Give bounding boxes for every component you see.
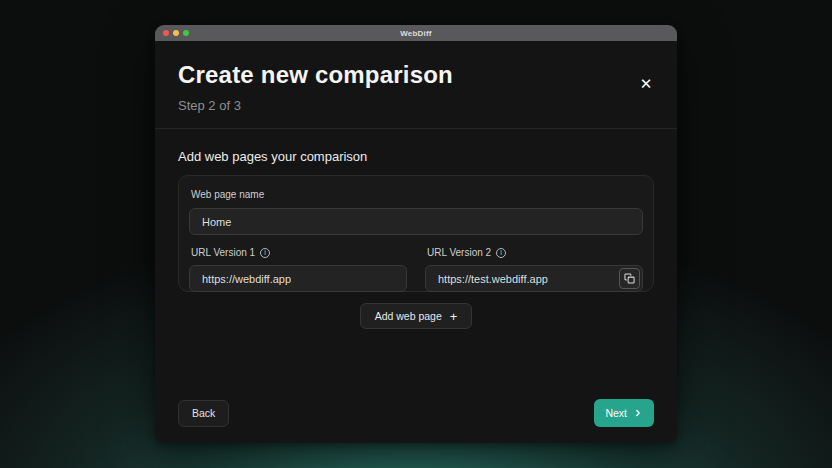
url-version-1-column: URL Version 1 i bbox=[189, 237, 407, 292]
plus-icon: + bbox=[450, 309, 458, 324]
url-row: URL Version 1 i URL Version 2 i bbox=[189, 237, 643, 292]
url-version-2-column: URL Version 2 i bbox=[425, 237, 643, 292]
minimize-traffic-icon[interactable] bbox=[173, 30, 179, 36]
window-titlebar[interactable]: WebDiff bbox=[155, 25, 677, 41]
dialog-footer: Back Next bbox=[178, 399, 654, 427]
add-web-page-button[interactable]: Add web page + bbox=[360, 303, 473, 329]
url-version-2-input[interactable] bbox=[425, 265, 643, 292]
back-button[interactable]: Back bbox=[178, 400, 229, 427]
chevron-right-icon bbox=[633, 408, 643, 418]
close-icon[interactable]: ✕ bbox=[637, 75, 655, 93]
header-divider bbox=[155, 128, 677, 129]
copy-button[interactable] bbox=[619, 268, 640, 289]
url-version-2-label-text: URL Version 2 bbox=[427, 247, 491, 258]
add-row: Add web page + bbox=[178, 303, 654, 329]
url-version-1-label-text: URL Version 1 bbox=[191, 247, 255, 258]
app-title: WebDiff bbox=[400, 29, 431, 38]
copy-icon bbox=[624, 273, 635, 284]
traffic-lights bbox=[163, 30, 189, 36]
url-version-2-label: URL Version 2 i bbox=[427, 247, 643, 258]
info-icon[interactable]: i bbox=[260, 248, 270, 258]
url-version-1-input[interactable] bbox=[189, 265, 407, 292]
webdiff-window: WebDiff Create new comparison Step 2 of … bbox=[155, 25, 677, 443]
web-page-card: Web page name URL Version 1 i URL Versio… bbox=[178, 175, 654, 292]
close-traffic-icon[interactable] bbox=[163, 30, 169, 36]
zoom-traffic-icon[interactable] bbox=[183, 30, 189, 36]
info-icon[interactable]: i bbox=[496, 248, 506, 258]
url-version-1-label: URL Version 1 i bbox=[191, 247, 407, 258]
web-page-name-input[interactable] bbox=[189, 208, 643, 235]
dialog-title: Create new comparison bbox=[178, 41, 654, 89]
add-web-page-label: Add web page bbox=[375, 310, 442, 322]
section-title: Add web pages your comparison bbox=[178, 149, 654, 164]
url-version-2-input-wrap bbox=[425, 265, 643, 292]
web-page-name-label: Web page name bbox=[191, 189, 643, 200]
next-button-label: Next bbox=[605, 407, 627, 419]
step-indicator: Step 2 of 3 bbox=[178, 98, 654, 113]
dialog-content: Create new comparison Step 2 of 3 ✕ Add … bbox=[155, 41, 677, 443]
next-button[interactable]: Next bbox=[594, 399, 654, 427]
